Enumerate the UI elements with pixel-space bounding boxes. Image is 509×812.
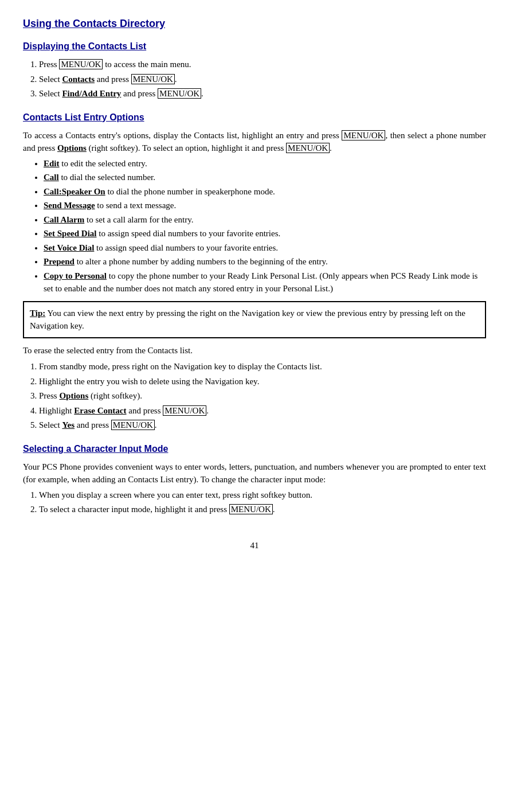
erase-step-4-menu-ok: MENU/OK	[163, 405, 206, 416]
page-number: 41	[23, 539, 486, 552]
bullet-edit-text: to edit the selected entry.	[60, 159, 147, 168]
bullet-call-speaker-label: Call:Speaker On	[44, 187, 105, 196]
tip-text: You can view the next entry by pressing …	[30, 309, 465, 331]
step3-menu-ok: MENU/OK	[158, 88, 201, 99]
bullet-edit-label: Edit	[44, 159, 60, 168]
erase-step-2-text: Highlight the entry you wish to delete u…	[39, 377, 259, 386]
erase-step-4-text2: and press	[127, 406, 163, 415]
step2-text3: .	[175, 75, 177, 84]
bullet-set-voice-dial: Set Voice Dial to assign speed dial numb…	[44, 241, 486, 255]
tip-label: Tip:	[30, 309, 45, 318]
erase-step-5: Select Yes and press MENU/OK.	[39, 419, 486, 432]
step3-find-add: Find/Add Entry	[62, 89, 121, 98]
bullet-edit: Edit to edit the selected entry.	[44, 157, 486, 170]
char-step-1: When you display a screen where you can …	[39, 489, 486, 502]
section-displaying: Displaying the Contacts List Press MENU/…	[23, 40, 486, 100]
section-character-input: Selecting a Character Input Mode Your PC…	[23, 442, 486, 516]
bullet-call-label: Call	[44, 173, 59, 182]
bullet-copy-personal: Copy to Personal to copy the phone numbe…	[44, 270, 486, 295]
erase-step-3-text2: (right softkey).	[88, 391, 142, 400]
bullet-call-alarm: Call Alarm to set a call alarm for the e…	[44, 213, 486, 227]
bullet-call-alarm-label: Call Alarm	[44, 215, 84, 224]
erase-step-3-text1: Press	[39, 391, 59, 400]
erase-step-4: Highlight Erase Contact and press MENU/O…	[39, 404, 486, 417]
step2-contacts: Contacts	[62, 75, 95, 84]
erase-step-5-text3: .	[155, 420, 157, 430]
erase-step-2: Highlight the entry you wish to delete u…	[39, 375, 486, 388]
displaying-step-3: Select Find/Add Entry and press MENU/OK.	[39, 87, 486, 100]
char-step-2-text2: .	[273, 505, 275, 514]
section-title-entry-options: Contacts List Entry Options	[23, 111, 486, 124]
intro-options: Options	[57, 143, 87, 153]
erase-step-3: Press Options (right softkey).	[39, 389, 486, 403]
bullet-call-speaker-text: to dial the phone number in speakerphone…	[105, 187, 275, 196]
erase-step-1: From standby mode, press right on the Na…	[39, 360, 486, 373]
section-title-displaying: Displaying the Contacts List	[23, 40, 486, 53]
bullet-set-voice-dial-label: Set Voice Dial	[44, 243, 94, 252]
erase-step-4-text3: .	[206, 406, 209, 415]
bullet-prepend-label: Prepend	[44, 257, 75, 266]
step2-text1: Select	[39, 75, 62, 84]
tip-box: Tip: You can view the next entry by pres…	[23, 301, 486, 338]
char-input-intro: Your PCS Phone provides convenient ways …	[23, 460, 486, 486]
bullet-copy-personal-text: to copy the phone number to your Ready L…	[44, 271, 477, 294]
bullet-set-speed-dial-text: to assign speed dial numbers to your fav…	[97, 229, 281, 238]
step2-menu-ok: MENU/OK	[131, 74, 175, 84]
step3-text2: and press	[121, 89, 158, 98]
step2-text2: and press	[95, 75, 131, 84]
step1-text1: Press	[39, 60, 59, 69]
page-title: Using the Contacts Directory	[23, 16, 486, 32]
char-step-2-text1: To select a character input mode, highli…	[39, 505, 229, 514]
bullet-set-speed-dial-label: Set Speed Dial	[44, 229, 97, 238]
bullet-copy-personal-label: Copy to Personal	[44, 271, 107, 280]
section-title-character-input: Selecting a Character Input Mode	[23, 442, 486, 456]
entry-options-intro: To access a Contacts entry's options, di…	[23, 129, 486, 155]
bullet-prepend-text: to alter a phone number by adding number…	[75, 257, 328, 266]
erase-step-5-menu-ok: MENU/OK	[111, 420, 155, 430]
bullet-send-message-text: to send a text message.	[95, 201, 177, 210]
erase-step-4-text1: Highlight	[39, 406, 74, 415]
erase-step-4-erase-contact: Erase Contact	[74, 406, 126, 415]
bullet-send-message: Send Message to send a text message.	[44, 199, 486, 212]
step1-menu-ok: MENU/OK	[59, 59, 103, 69]
char-step-2: To select a character input mode, highli…	[39, 503, 486, 516]
char-input-steps-list: When you display a screen where you can …	[39, 489, 486, 516]
intro-menu-ok2: MENU/OK	[286, 143, 330, 153]
erase-step-5-text2: and press	[75, 420, 111, 430]
erase-step-5-yes: Yes	[62, 420, 75, 430]
bullet-call-speaker: Call:Speaker On to dial the phone number…	[44, 185, 486, 198]
intro-menu-ok: MENU/OK	[342, 130, 385, 140]
erase-step-5-text1: Select	[39, 420, 62, 430]
displaying-step-2: Select Contacts and press MENU/OK.	[39, 73, 486, 86]
bullet-call-alarm-text: to set a call alarm for the entry.	[84, 215, 193, 224]
step1-text2: to access the main menu.	[103, 60, 191, 69]
bullet-set-voice-dial-text: to assign speed dial numbers to your fav…	[94, 243, 278, 252]
erase-step-1-text: From standby mode, press right on the Na…	[39, 362, 322, 371]
bullet-list: Edit to edit the selected entry. Call to…	[44, 157, 486, 295]
displaying-step-1: Press MENU/OK to access the main menu.	[39, 58, 486, 71]
bullet-call: Call to dial the selected number.	[44, 171, 486, 184]
erase-intro: To erase the selected entry from the Con…	[23, 344, 486, 357]
displaying-steps-list: Press MENU/OK to access the main menu. S…	[39, 58, 486, 100]
char-step-2-menu-ok: MENU/OK	[229, 504, 273, 514]
bullet-prepend: Prepend to alter a phone number by addin…	[44, 255, 486, 268]
bullet-call-text: to dial the selected number.	[59, 173, 155, 182]
char-step-1-text: When you display a screen where you can …	[39, 490, 312, 499]
bullet-send-message-label: Send Message	[44, 201, 95, 210]
step3-text1: Select	[39, 89, 62, 98]
erase-step-3-options: Options	[59, 391, 88, 400]
section-entry-options: Contacts List Entry Options To access a …	[23, 111, 486, 432]
erase-steps-list: From standby mode, press right on the Na…	[39, 360, 486, 432]
bullet-set-speed-dial: Set Speed Dial to assign speed dial numb…	[44, 227, 486, 240]
step3-text3: .	[201, 89, 203, 98]
